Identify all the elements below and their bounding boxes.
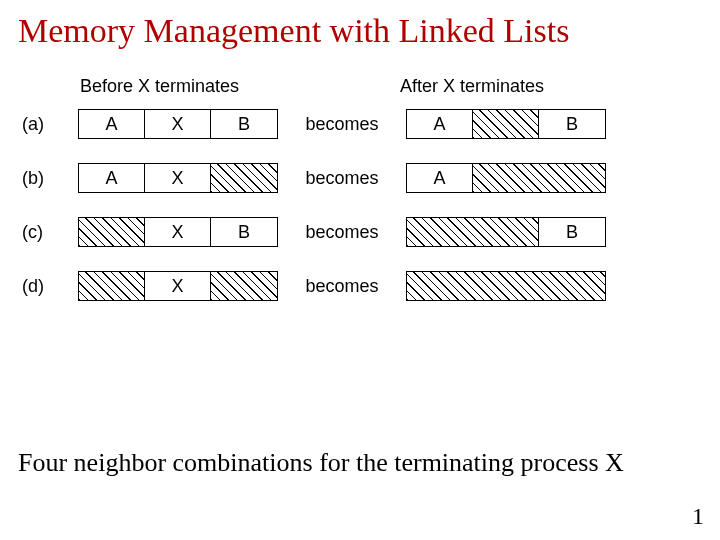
- free-hole-icon: [407, 218, 539, 246]
- row-label: (a): [22, 114, 62, 135]
- before-boxes: X: [78, 271, 278, 301]
- segment-B: B: [539, 218, 605, 246]
- segment-A: A: [407, 164, 473, 192]
- row-a: (a) A X B becomes A B: [22, 109, 702, 139]
- page-number: 1: [692, 503, 704, 530]
- after-boxes: B: [406, 217, 606, 247]
- becomes-label: becomes: [278, 222, 406, 243]
- after-boxes: A B: [406, 109, 606, 139]
- header-before: Before X terminates: [80, 76, 340, 97]
- free-hole-icon: [473, 110, 539, 138]
- column-headers: Before X terminates After X terminates: [22, 76, 702, 97]
- free-hole-icon: [211, 164, 277, 192]
- before-boxes: A X: [78, 163, 278, 193]
- segment-B: B: [211, 218, 277, 246]
- becomes-label: becomes: [278, 114, 406, 135]
- segment-A: A: [79, 110, 145, 138]
- after-boxes: A: [406, 163, 606, 193]
- free-hole-icon: [473, 164, 605, 192]
- before-boxes: A X B: [78, 109, 278, 139]
- before-boxes: X B: [78, 217, 278, 247]
- segment-X: X: [145, 272, 211, 300]
- segment-B: B: [539, 110, 605, 138]
- segment-X: X: [145, 110, 211, 138]
- free-hole-icon: [79, 272, 145, 300]
- header-after: After X terminates: [400, 76, 544, 97]
- segment-A: A: [79, 164, 145, 192]
- segment-A: A: [407, 110, 473, 138]
- after-boxes: [406, 271, 606, 301]
- free-hole-icon: [211, 272, 277, 300]
- diagram: Before X terminates After X terminates (…: [22, 76, 702, 301]
- row-b: (b) A X becomes A: [22, 163, 702, 193]
- segment-X: X: [145, 164, 211, 192]
- row-c: (c) X B becomes B: [22, 217, 702, 247]
- free-hole-icon: [79, 218, 145, 246]
- free-hole-icon: [407, 272, 605, 300]
- segment-B: B: [211, 110, 277, 138]
- row-label: (c): [22, 222, 62, 243]
- row-label: (b): [22, 168, 62, 189]
- becomes-label: becomes: [278, 168, 406, 189]
- caption: Four neighbor combinations for the termi…: [0, 448, 720, 478]
- slide: Memory Management with Linked Lists Befo…: [0, 0, 720, 540]
- page-title: Memory Management with Linked Lists: [18, 12, 702, 50]
- becomes-label: becomes: [278, 276, 406, 297]
- row-label: (d): [22, 276, 62, 297]
- segment-X: X: [145, 218, 211, 246]
- row-d: (d) X becomes: [22, 271, 702, 301]
